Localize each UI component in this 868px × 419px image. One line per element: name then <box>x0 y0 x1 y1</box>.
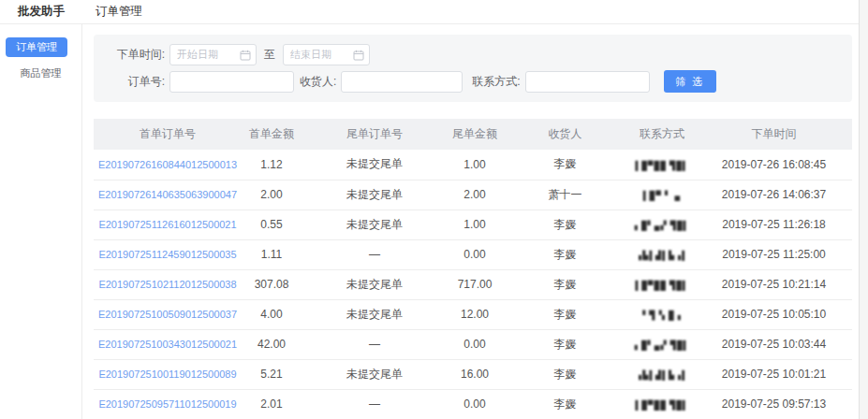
consignee-cell: 李媛 <box>502 359 628 389</box>
contact-cell: ▌█▀ ▘ ▄ <box>628 180 696 210</box>
redacted-contact: ▗▙▌▟▌▙▗▌ <box>636 251 688 260</box>
first-amount-cell: 5.21 <box>242 359 302 389</box>
sidebar-item-order-management[interactable]: 订单管理 <box>6 37 67 57</box>
contact-input[interactable] <box>525 71 650 93</box>
first-amount-cell: 4.00 <box>242 299 302 329</box>
first-amount-cell: 0.55 <box>242 210 302 239</box>
filter-button[interactable]: 筛 选 <box>664 70 716 93</box>
consignee-cell: 李媛 <box>502 299 628 329</box>
contact-cell: ▖█▘▄▞ ▜█▌ <box>628 210 696 239</box>
order-number-link[interactable]: E20190726160844012500013 <box>98 159 237 170</box>
col-first-order-no: 首单订单号 <box>94 119 242 150</box>
contact-cell: ▗▙▌▟▌▙▗▌ <box>628 239 696 269</box>
consignee-cell: 李媛 <box>502 150 628 180</box>
order-number-link[interactable]: E20190725112616012500021 <box>98 219 236 230</box>
order-number-link[interactable]: E20190725112459012500035 <box>98 249 236 260</box>
first-order-no-cell: E20190725100343012500021 <box>94 329 242 359</box>
order-number-link[interactable]: E20190725100343012500021 <box>98 339 237 350</box>
table-row: E20190726140635063900047 2.00 未提交尾单 2.00… <box>94 180 852 210</box>
col-last-order-no: 尾单订单号 <box>302 119 448 150</box>
last-order-no-cell: 未提交尾单 <box>302 359 448 389</box>
last-order-no-cell: — <box>302 329 448 359</box>
first-amount-cell: 2.00 <box>242 180 302 210</box>
last-order-no-cell: 未提交尾单 <box>302 269 448 299</box>
orders-table-body: E20190726160844012500013 1.12 未提交尾单 1.00… <box>94 150 852 419</box>
order-time-cell: 2019-07-25 11:25:00 <box>696 239 852 269</box>
table-row: E20190726160844012500013 1.12 未提交尾单 1.00… <box>94 150 852 180</box>
last-order-no-cell: — <box>302 389 448 419</box>
col-first-amount: 首单金额 <box>242 119 302 150</box>
last-amount-cell: 1.00 <box>448 150 502 180</box>
end-date-field <box>283 44 370 65</box>
redacted-contact: ▗▙▌▟▌▙▗▌ <box>636 370 688 380</box>
order-number-link[interactable]: E20190725095711012500019 <box>98 398 236 410</box>
table-row: E20190725112616012500021 0.55 未提交尾单 1.00… <box>94 210 852 239</box>
last-order-no-cell: 未提交尾单 <box>302 299 448 329</box>
redacted-contact: ▖█▘▄▞ ▜█▌ <box>635 340 690 350</box>
first-order-no-cell: E20190725112616012500021 <box>94 210 242 239</box>
start-date-field <box>169 44 257 65</box>
last-amount-cell: 717.00 <box>448 269 502 299</box>
first-amount-cell: 2.01 <box>242 389 302 419</box>
order-time-cell: 2019-07-25 11:26:18 <box>696 210 852 239</box>
first-order-no-cell: E20190725102112012500038 <box>94 269 242 299</box>
last-order-no-cell: — <box>302 239 448 269</box>
filter-row-dates: 下单时间: 至 <box>107 43 839 65</box>
table-row: E20190725100343012500021 42.00 — 0.00 李媛… <box>94 329 852 359</box>
last-amount-cell: 0.00 <box>448 239 502 269</box>
consignee-cell: 李媛 <box>502 210 628 239</box>
last-order-no-cell: 未提交尾单 <box>302 150 448 180</box>
calendar-icon <box>353 50 364 61</box>
consignee-input[interactable] <box>341 71 463 93</box>
first-amount-cell: 42.00 <box>242 329 302 359</box>
consignee-cell: 李媛 <box>502 389 628 419</box>
last-amount-cell: 2.00 <box>448 180 502 210</box>
order-time-label: 下单时间: <box>107 47 165 63</box>
app-window: 批发助手 订单管理 订单管理 商品管理 下单时间: 至 <box>0 0 868 419</box>
col-consignee: 收货人 <box>502 119 628 150</box>
vertical-scrollbar[interactable] <box>859 0 868 419</box>
top-bar: 批发助手 订单管理 <box>0 0 859 24</box>
first-order-no-cell: E20190725095711012500019 <box>94 389 242 419</box>
calendar-icon <box>240 50 251 61</box>
consignee-cell: 李媛 <box>502 329 628 359</box>
order-time-cell: 2019-07-25 10:21:14 <box>696 269 852 299</box>
date-range-to-label: 至 <box>264 47 275 63</box>
redacted-contact: ▘▜ ▚ █▗ <box>642 311 682 320</box>
first-order-no-cell: E20190725100119012500089 <box>94 359 242 389</box>
table-row: E20190725112459012500035 1.11 — 0.00 李媛 … <box>94 239 852 269</box>
order-number-link[interactable]: E20190725100509012500037 <box>98 309 237 320</box>
redacted-contact: ▖█▘▄▞ ▜█▌ <box>635 221 690 230</box>
contact-cell: ▘▜ ▚ █▗ <box>628 299 696 329</box>
order-number-link[interactable]: E20190726140635063900047 <box>98 189 237 200</box>
last-order-no-cell: 未提交尾单 <box>302 180 448 210</box>
redacted-contact: ▌█▀ ▘ ▄ <box>643 191 681 200</box>
last-amount-cell: 0.00 <box>448 329 502 359</box>
table-row: E20190725102112012500038 307.08 未提交尾单 71… <box>94 269 852 299</box>
order-number-link[interactable]: E20190725100119012500089 <box>98 368 236 380</box>
order-no-input[interactable] <box>169 71 294 93</box>
col-last-amount: 尾单金额 <box>448 119 502 150</box>
order-number-link[interactable]: E20190725102112012500038 <box>98 279 236 290</box>
last-amount-cell: 16.00 <box>448 359 502 389</box>
redacted-contact: ▌█▀██ ▜█▌ <box>635 281 688 290</box>
col-order-time: 下单时间 <box>696 119 852 150</box>
contact-label: 联系方式: <box>472 74 520 90</box>
first-order-no-cell: E20190726160844012500013 <box>94 150 242 180</box>
first-amount-cell: 307.08 <box>242 269 302 299</box>
page-title: 订单管理 <box>82 0 859 23</box>
order-time-cell: 2019-07-25 10:03:44 <box>696 329 852 359</box>
last-amount-cell: 12.00 <box>448 299 502 329</box>
first-amount-cell: 1.11 <box>242 239 302 269</box>
sidebar-item-product-management[interactable]: 商品管理 <box>0 66 81 80</box>
order-time-cell: 2019-07-26 14:06:37 <box>696 180 852 210</box>
brand-title: 批发助手 <box>0 0 82 23</box>
consignee-label: 收货人: <box>300 74 336 90</box>
contact-cell: ▌█▀██ ▜█▌ <box>628 269 696 299</box>
orders-table: 首单订单号 首单金额 尾单订单号 尾单金额 收货人 联系方式 下单时间 E201… <box>94 119 852 419</box>
consignee-cell: 萧十一 <box>502 180 628 210</box>
redacted-contact: ▌█▀██ ▜█▌ <box>635 400 688 410</box>
first-order-no-cell: E20190725100509012500037 <box>94 299 242 329</box>
col-contact: 联系方式 <box>628 119 696 150</box>
orders-table-header: 首单订单号 首单金额 尾单订单号 尾单金额 收货人 联系方式 下单时间 <box>94 119 852 150</box>
